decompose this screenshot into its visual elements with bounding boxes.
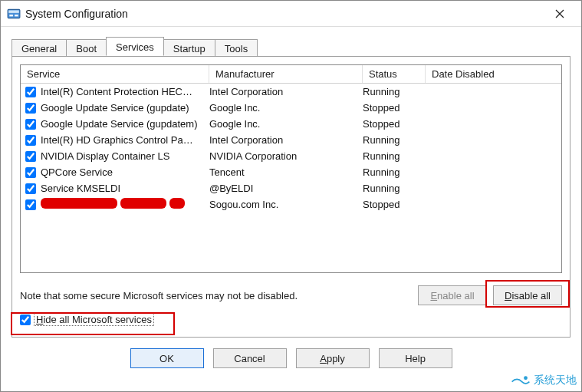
svg-rect-3 — [15, 15, 18, 16]
service-manufacturer: Tencent — [209, 166, 363, 178]
service-checkbox[interactable] — [25, 119, 36, 130]
disable-all-button[interactable]: Disable all — [493, 285, 562, 305]
tab-startup[interactable]: Startup — [163, 39, 215, 57]
service-name: NVIDIA Display Container LS — [41, 150, 209, 162]
service-name: QPCore Service — [41, 166, 209, 178]
services-listview[interactable]: Service Manufacturer Status Date Disable… — [20, 64, 562, 273]
msconfig-icon — [7, 7, 21, 21]
close-button[interactable] — [544, 3, 575, 25]
list-header: Service Manufacturer Status Date Disable… — [21, 65, 561, 84]
service-name: Google Update Service (gupdatem) — [41, 118, 209, 130]
dialog-button-row: OK Cancel Apply Help — [12, 348, 570, 368]
service-row[interactable]: Google Update Service (gupdate)Google In… — [21, 100, 561, 116]
hide-microsoft-row: Hide all Microsoft services — [20, 313, 562, 326]
service-row[interactable]: Google Update Service (gupdatem)Google I… — [21, 116, 561, 132]
window-title: System Configuration — [25, 8, 544, 20]
content-area: General Boot Services Startup Tools Serv… — [1, 27, 581, 368]
col-header-manufacturer[interactable]: Manufacturer — [209, 65, 363, 83]
service-name: Intel(R) Content Protection HEC… — [41, 86, 209, 97]
service-status: Stopped — [363, 199, 426, 210]
service-status: Running — [363, 150, 426, 162]
help-button[interactable]: Help — [379, 348, 452, 368]
service-status: Running — [363, 86, 426, 97]
service-status: Running — [363, 166, 426, 178]
list-body: Intel(R) Content Protection HEC…Intel Co… — [21, 84, 561, 212]
service-manufacturer: Google Inc. — [209, 118, 363, 130]
service-checkbox[interactable] — [25, 183, 36, 194]
col-header-date-disabled[interactable]: Date Disabled — [426, 65, 561, 83]
note-text: Note that some secure Microsoft services… — [20, 290, 412, 301]
enable-all-button[interactable]: Enable all — [418, 285, 487, 305]
service-checkbox[interactable] — [25, 151, 36, 162]
svg-rect-2 — [9, 15, 13, 16]
service-checkbox[interactable] — [25, 135, 36, 146]
service-checkbox[interactable] — [25, 167, 36, 178]
service-checkbox[interactable] — [25, 103, 36, 114]
svg-point-6 — [524, 376, 528, 380]
tab-services[interactable]: Services — [106, 37, 164, 56]
apply-button[interactable]: Apply — [296, 348, 370, 368]
service-row[interactable]: Service KMSELDI@ByELDIRunning — [21, 180, 561, 196]
watermark-icon — [511, 373, 531, 388]
service-status: Stopped — [363, 118, 426, 130]
service-manufacturer: Intel Corporation — [209, 134, 363, 146]
service-row[interactable]: NVIDIA Display Container LSNVIDIA Corpor… — [21, 148, 561, 164]
service-row[interactable]: Intel(R) Content Protection HEC…Intel Co… — [21, 84, 561, 100]
hide-microsoft-checkbox[interactable] — [20, 315, 31, 325]
service-manufacturer: @ByELDI — [209, 183, 363, 194]
ok-button[interactable]: OK — [130, 348, 204, 368]
service-row[interactable]: Intel(R) HD Graphics Control Pa…Intel Co… — [21, 132, 561, 148]
service-manufacturer: Google Inc. — [209, 102, 363, 114]
service-status: Running — [363, 134, 426, 146]
cancel-button[interactable]: Cancel — [213, 348, 287, 368]
service-status: Running — [363, 183, 426, 194]
service-manufacturer: Intel Corporation — [209, 86, 363, 97]
service-checkbox[interactable] — [25, 87, 36, 97]
tab-general[interactable]: General — [12, 39, 67, 57]
col-header-status[interactable]: Status — [363, 65, 426, 83]
close-icon — [555, 9, 564, 18]
titlebar: System Configuration — [1, 1, 581, 27]
service-name — [41, 198, 209, 211]
service-row[interactable]: Sogou.com Inc.Stopped — [21, 196, 561, 212]
service-manufacturer: Sogou.com Inc. — [209, 199, 363, 210]
watermark-text: 系统天地 — [534, 374, 577, 387]
service-status: Stopped — [363, 102, 426, 114]
tab-boot[interactable]: Boot — [66, 39, 107, 57]
svg-rect-1 — [8, 10, 19, 12]
tab-panel-services: Service Manufacturer Status Date Disable… — [12, 56, 570, 338]
service-name: Intel(R) HD Graphics Control Pa… — [41, 134, 209, 146]
note-row: Note that some secure Microsoft services… — [20, 285, 562, 305]
tab-tools[interactable]: Tools — [215, 39, 258, 57]
hide-microsoft-label[interactable]: Hide all Microsoft services — [34, 313, 154, 326]
service-name: Service KMSELDI — [41, 183, 209, 194]
watermark: 系统天地 — [511, 373, 577, 388]
service-row[interactable]: QPCore ServiceTencentRunning — [21, 164, 561, 180]
service-checkbox[interactable] — [25, 199, 36, 210]
tab-strip: General Boot Services Startup Tools — [12, 36, 570, 56]
service-name: Google Update Service (gupdate) — [41, 102, 209, 114]
col-header-service[interactable]: Service — [21, 65, 209, 83]
service-manufacturer: NVIDIA Corporation — [209, 150, 363, 162]
